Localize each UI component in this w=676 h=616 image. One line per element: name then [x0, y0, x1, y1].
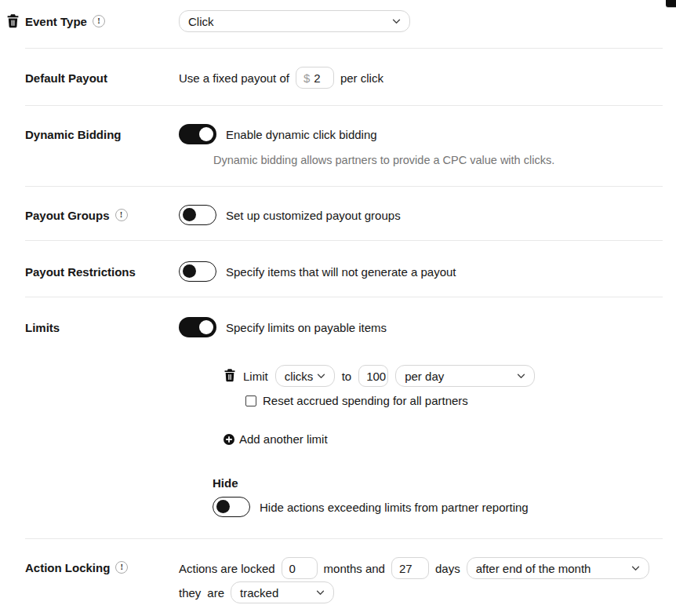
row-action-locking: Action Locking ! Actions are locked mont…: [25, 539, 663, 616]
payout-groups-content: Set up customized payout groups: [179, 205, 663, 225]
event-type-select-value: Click: [188, 15, 214, 28]
action-locking-label: Action Locking: [25, 561, 110, 574]
row-limits: Limits Specify limits on payable items L…: [25, 297, 663, 539]
limit-period-select[interactable]: per day: [395, 365, 535, 387]
limit-to-word: to: [342, 370, 352, 383]
row-default-payout: Default Payout Use a fixed payout of $ 2…: [25, 49, 663, 106]
payout-restrictions-label-group: Payout Restrictions: [25, 261, 179, 282]
limits-toggle[interactable]: [179, 317, 216, 337]
toggle-knob: [216, 500, 230, 513]
limit-metric-value: clicks: [285, 370, 314, 383]
limits-label: Limits: [25, 321, 60, 334]
action-locking-content: Actions are locked months and days after…: [179, 557, 663, 603]
payout-settings-form: Event Type ! Click Default Payout Use a …: [0, 0, 676, 616]
trash-icon: [6, 13, 20, 28]
limit-metric-select[interactable]: clicks: [275, 365, 335, 387]
info-icon[interactable]: !: [93, 15, 105, 27]
info-icon[interactable]: !: [115, 561, 128, 574]
event-type-label-group: Event Type !: [25, 10, 179, 32]
payout-amount-value: 2: [314, 71, 320, 85]
limits-content: Specify limits on payable items Limit cl…: [179, 317, 663, 517]
dynamic-bidding-toggle-label: Enable dynamic click bidding: [226, 128, 377, 141]
chevron-down-icon: [517, 374, 525, 379]
toggle-knob: [199, 320, 213, 334]
payout-amount-input[interactable]: $ 2: [296, 67, 334, 89]
limit-period-value: per day: [405, 370, 444, 383]
partial-corner-element[interactable]: [666, 0, 676, 7]
payout-groups-label: Payout Groups: [25, 209, 110, 222]
locking-timing-select[interactable]: after end of the month: [467, 557, 649, 579]
payout-restrictions-toggle-label: Specify items that will not generate a p…: [226, 265, 456, 279]
info-icon[interactable]: !: [115, 209, 128, 221]
locking-timing-value: after end of the month: [476, 562, 591, 575]
fixed-payout-suffix-text: per click: [340, 71, 383, 85]
limit-amount-input[interactable]: 100: [358, 365, 388, 387]
delete-limit-button[interactable]: [224, 368, 236, 385]
locking-days-input[interactable]: [391, 557, 429, 579]
row-payout-groups: Payout Groups ! Set up customized payout…: [25, 187, 663, 241]
payout-groups-toggle[interactable]: [179, 205, 216, 225]
action-locking-label-group: Action Locking !: [25, 557, 179, 578]
payout-restrictions-label: Payout Restrictions: [25, 265, 136, 279]
plus-circle-icon: [224, 434, 234, 445]
locking-status-select[interactable]: tracked: [231, 581, 334, 603]
toggle-knob: [199, 127, 213, 141]
add-another-limit-button[interactable]: Add another limit: [224, 432, 663, 446]
limits-toggle-label: Specify limits on payable items: [226, 321, 387, 334]
event-type-content: Click: [179, 10, 663, 32]
payout-groups-label-group: Payout Groups !: [25, 205, 179, 225]
they-text: they: [179, 586, 201, 600]
event-type-label: Event Type: [25, 15, 87, 28]
row-event-type: Event Type ! Click: [25, 0, 663, 49]
limit-word: Limit: [243, 370, 268, 383]
limit-definition-row: Limit clicks to 100 per day: [224, 365, 663, 387]
payout-restrictions-content: Specify items that will not generate a p…: [179, 261, 663, 282]
dynamic-bidding-toggle[interactable]: [179, 124, 216, 144]
reset-spending-checkbox[interactable]: [245, 395, 256, 406]
default-payout-content: Use a fixed payout of $ 2 per click: [179, 67, 663, 89]
are-text: are: [207, 586, 224, 600]
locking-months-input[interactable]: [282, 557, 318, 579]
hide-section-heading: Hide: [213, 476, 663, 490]
payout-restrictions-toggle[interactable]: [179, 261, 216, 282]
row-dynamic-bidding: Dynamic Bidding Enable dynamic click bid…: [25, 106, 663, 187]
dynamic-bidding-helper-text: Dynamic bidding allows partners to provi…: [213, 154, 663, 166]
event-type-select[interactable]: Click: [179, 10, 410, 32]
delete-event-type-button[interactable]: [6, 13, 20, 31]
default-payout-label-group: Default Payout: [25, 67, 179, 89]
days-text: days: [435, 562, 460, 575]
default-payout-label: Default Payout: [25, 71, 107, 85]
dynamic-bidding-content: Enable dynamic click bidding Dynamic bid…: [179, 124, 663, 166]
currency-symbol: $: [303, 71, 310, 85]
chevron-down-icon: [317, 374, 325, 379]
reset-spending-row: Reset accrued spending for all partners: [245, 394, 663, 407]
payout-groups-toggle-label: Set up customized payout groups: [226, 209, 401, 222]
locked-prefix-text: Actions are locked: [179, 562, 275, 575]
toggle-knob: [183, 264, 196, 278]
chevron-down-icon: [631, 566, 640, 571]
limits-label-group: Limits: [25, 317, 179, 337]
locking-status-value: tracked: [240, 586, 278, 600]
chevron-down-icon: [316, 590, 325, 596]
dynamic-bidding-label-group: Dynamic Bidding: [25, 124, 179, 144]
chevron-down-icon: [392, 19, 401, 24]
months-and-text: months and: [324, 562, 385, 575]
hide-actions-row: Hide actions exceeding limits from partn…: [213, 497, 663, 517]
row-payout-restrictions: Payout Restrictions Specify items that w…: [25, 241, 663, 297]
trash-icon: [224, 368, 236, 382]
limit-amount-value: 100: [366, 370, 386, 383]
dynamic-bidding-label: Dynamic Bidding: [25, 128, 122, 141]
reset-spending-label: Reset accrued spending for all partners: [263, 394, 468, 407]
toggle-knob: [183, 208, 196, 221]
fixed-payout-prefix-text: Use a fixed payout of: [179, 71, 289, 85]
hide-actions-toggle[interactable]: [213, 497, 250, 517]
hide-actions-toggle-label: Hide actions exceeding limits from partn…: [260, 501, 529, 514]
add-another-limit-label: Add another limit: [239, 432, 328, 446]
